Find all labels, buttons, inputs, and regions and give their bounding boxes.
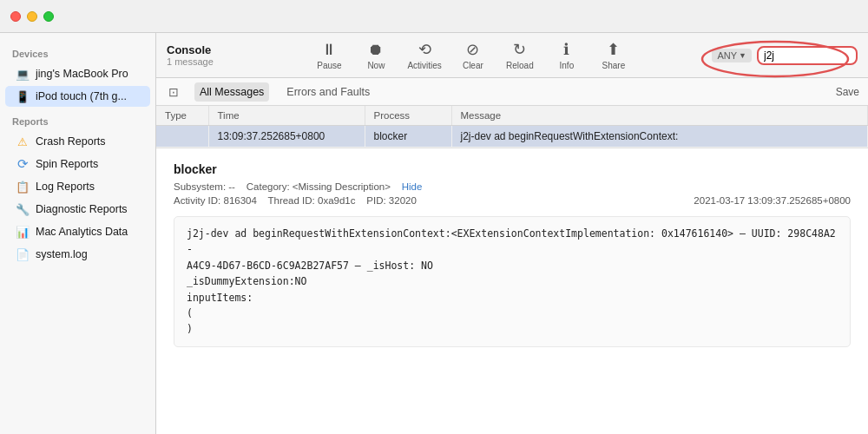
devices-header: Devices (0, 40, 155, 62)
tab-errors-and-faults[interactable]: Errors and Faults (281, 82, 375, 102)
col-header-message: Message (451, 106, 868, 126)
console-table-wrap: Type Time Process Message 13:09:37.25268… (156, 106, 868, 148)
subsystem-value: -- (228, 181, 235, 192)
minimize-button[interactable] (27, 11, 37, 22)
sidebar-item-label: Diagnostic Reports (36, 203, 128, 215)
reload-icon: ↻ (513, 40, 526, 59)
info-icon: ℹ (563, 40, 569, 59)
table-row[interactable]: 13:09:37.252685+0800 blocker j2j-dev ad … (156, 126, 868, 148)
maximize-button[interactable] (43, 11, 54, 22)
detail-meta-subsystem: Subsystem: -- Category: <Missing Descrip… (174, 181, 851, 192)
activity-id-label: Activity ID: (174, 195, 220, 206)
detail-body: j2j-dev ad beginRequestWithExtensionCont… (174, 216, 851, 347)
sidebar-item-syslog[interactable]: system.log (5, 244, 150, 265)
syslog-icon (16, 247, 30, 261)
sidebar-item-logreport[interactable]: Log Reports (5, 176, 150, 197)
sidebar-item-label: Spin Reports (36, 158, 98, 170)
activities-button[interactable]: ⟲ Activities (407, 40, 441, 70)
save-button[interactable]: Save (836, 86, 859, 98)
reports-header: Reports (0, 108, 155, 130)
clear-icon: ⊘ (466, 40, 479, 59)
now-label: Now (367, 61, 385, 70)
col-header-process: Process (365, 106, 451, 126)
toolbar-title-area: Console 1 message (167, 43, 214, 67)
now-icon: ⏺ (368, 41, 384, 59)
cell-message: j2j-dev ad beginRequestWithExtensionCont… (451, 126, 868, 148)
search-any-label: ANY (717, 50, 737, 61)
category-label: Category: (247, 181, 290, 192)
sidebar-item-label: iPod touch (7th g... (36, 90, 127, 102)
sidebar-item-label: Mac Analytics Data (36, 226, 128, 238)
detail-ids-left: Activity ID: 816304 Thread ID: 0xa9d1c P… (174, 195, 417, 206)
sidebar-item-ipod[interactable]: iPod touch (7th g... (5, 86, 150, 107)
sidebar-item-spin[interactable]: Spin Reports (5, 154, 150, 174)
cell-process: blocker (365, 126, 451, 148)
laptop-icon (16, 67, 30, 81)
share-button[interactable]: ⬆ Share (598, 40, 629, 70)
close-button[interactable] (10, 11, 21, 22)
title-bar (0, 0, 868, 33)
sidebar: Devices jing's MacBook Pro iPod touch (7… (0, 33, 156, 434)
thread-id-label: Thread ID: (267, 195, 314, 206)
app-body: Devices jing's MacBook Pro iPod touch (7… (0, 33, 868, 434)
clear-label: Clear (463, 61, 483, 70)
search-area: ANY ▼ (712, 46, 858, 65)
hide-link[interactable]: Hide (402, 181, 423, 192)
col-header-type: Type (156, 106, 208, 126)
cell-type (156, 126, 208, 148)
analytics-icon (16, 225, 30, 239)
pause-icon: ⏸ (321, 41, 337, 59)
crash-icon (16, 135, 30, 148)
info-label: Info (560, 61, 575, 70)
pause-label: Pause (317, 61, 341, 70)
category-value: <Missing Description> (293, 181, 391, 192)
now-button[interactable]: ⏺ Now (360, 41, 391, 70)
toolbar-title: Console (167, 43, 214, 56)
info-button[interactable]: ℹ Info (551, 40, 582, 70)
toolbar-actions: ⏸ Pause ⏺ Now ⟲ Activities ⊘ Clear ↻ R (231, 40, 713, 70)
activities-label: Activities (407, 61, 441, 70)
detail-process-name: blocker (174, 162, 851, 176)
tab-sidebar-toggle[interactable]: ⊡ (165, 83, 182, 101)
tab-left: ⊡ All Messages Errors and Faults (165, 82, 375, 102)
sidebar-item-label: Log Reports (36, 181, 95, 193)
reload-label: Reload (506, 61, 534, 70)
thread-id-value: 0xa9d1c (318, 195, 355, 206)
toolbar-subtitle: 1 message (167, 56, 214, 67)
sidebar-item-diag[interactable]: Diagnostic Reports (5, 199, 150, 220)
tab-all-messages[interactable]: All Messages (194, 82, 269, 102)
activities-icon: ⟲ (418, 40, 431, 59)
detail-timestamp: 2021-03-17 13:09:37.252685+0800 (694, 195, 851, 206)
subsystem-label: Subsystem: (174, 181, 226, 192)
pid-value: 32020 (389, 195, 417, 206)
reload-button[interactable]: ↻ Reload (504, 40, 536, 70)
diag-icon (16, 202, 30, 216)
tab-bar: ⊡ All Messages Errors and Faults Save (156, 78, 868, 106)
search-any-dropdown[interactable]: ANY ▼ (712, 49, 752, 62)
search-any-chevron: ▼ (739, 51, 746, 60)
detail-pane: blocker Subsystem: -- Category: <Missing… (156, 148, 868, 434)
pid-label: PID: (366, 195, 385, 206)
search-input[interactable] (764, 49, 851, 62)
pause-button[interactable]: ⏸ Pause (313, 41, 345, 70)
sidebar-item-analytics[interactable]: Mac Analytics Data (5, 221, 150, 242)
sidebar-item-label: system.log (36, 248, 88, 260)
logreport-icon (16, 180, 30, 194)
share-icon: ⬆ (607, 40, 620, 59)
traffic-lights (10, 11, 54, 22)
detail-ids: Activity ID: 816304 Thread ID: 0xa9d1c P… (174, 195, 851, 206)
sidebar-item-label: Crash Reports (36, 135, 106, 148)
sidebar-item-crash[interactable]: Crash Reports (5, 131, 150, 152)
clear-button[interactable]: ⊘ Clear (457, 40, 489, 70)
spin-icon (16, 157, 30, 171)
sidebar-item-macbook[interactable]: jing's MacBook Pro (5, 63, 150, 84)
ipod-icon (16, 89, 30, 103)
share-label: Share (602, 61, 626, 70)
main-content: Console 1 message ⏸ Pause ⏺ Now ⟲ Activi… (156, 33, 868, 434)
search-input-wrap (757, 46, 858, 65)
activity-id-value: 816304 (224, 195, 257, 206)
cell-time: 13:09:37.252685+0800 (208, 126, 365, 148)
console-table: Type Time Process Message 13:09:37.25268… (156, 106, 868, 148)
col-header-time: Time (208, 106, 365, 126)
toolbar: Console 1 message ⏸ Pause ⏺ Now ⟲ Activi… (156, 33, 868, 78)
